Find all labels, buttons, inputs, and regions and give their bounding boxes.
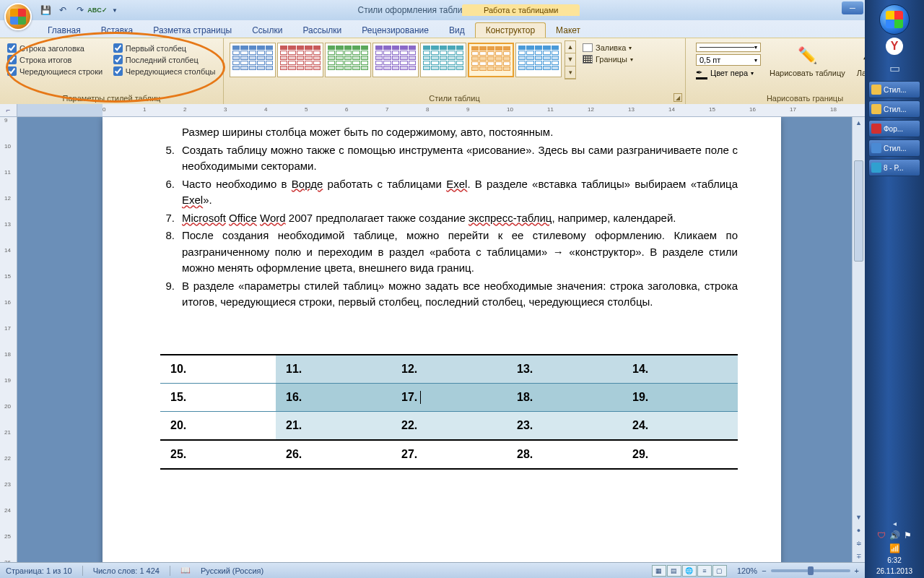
styles-gallery[interactable] [228, 40, 563, 79]
select-browse-icon[interactable]: ● [853, 525, 865, 536]
tab-Конструктор[interactable]: Конструктор [475, 22, 546, 38]
network-icon[interactable]: 📶 [889, 543, 900, 553]
save-icon[interactable]: 💾 [39, 4, 52, 17]
table-cell[interactable]: 14. [622, 355, 738, 384]
vertical-scrollbar[interactable]: ▲ ▼ ● ≑ ∓ [852, 117, 865, 562]
option-Первый столбец[interactable]: Первый столбец [113, 43, 216, 53]
tab-Вставка[interactable]: Вставка [91, 23, 144, 38]
table-cell[interactable]: 28. [507, 440, 622, 469]
outline-view-icon[interactable]: ≡ [697, 565, 712, 577]
ruler-corner[interactable]: ⌐ [0, 104, 17, 117]
fullscreen-view-icon[interactable]: ▤ [667, 565, 681, 577]
zoom-level[interactable]: 120% [737, 566, 757, 575]
checkbox[interactable] [7, 43, 17, 53]
table-cell[interactable]: 11. [276, 355, 391, 384]
option-Чередующиеся строки[interactable]: Чередующиеся строки [7, 66, 103, 76]
word-count[interactable]: Число слов: 1 424 [93, 566, 160, 575]
clock-date[interactable]: 26.11.2013 [876, 567, 912, 575]
option-Строка итогов[interactable]: Строка итогов [7, 55, 103, 64]
line-weight-select[interactable]: 0,5 пт▾ [696, 54, 761, 66]
table-row[interactable]: 10.11.12.13.14. [160, 355, 738, 384]
pen-color-button[interactable]: ✒Цвет пера ▾ [696, 68, 761, 78]
taskbar-item[interactable]: Стил... [868, 100, 920, 118]
proofing-icon[interactable]: 📖 [180, 566, 191, 575]
table-cell[interactable]: 18. [507, 383, 622, 412]
line-style-select[interactable]: ▾ [696, 43, 761, 52]
table-cell[interactable]: 16. [276, 383, 391, 412]
zoom-slider[interactable] [771, 569, 850, 572]
zoom-in-icon[interactable]: + [855, 566, 859, 575]
taskbar-item[interactable]: Стил... [868, 139, 920, 157]
borders-button[interactable]: Границы ▾ [580, 54, 635, 64]
table-cell[interactable]: 19. [622, 383, 738, 412]
horizontal-ruler[interactable]: 0123456789101112131415161718 [17, 104, 865, 117]
table-cell[interactable]: 25. [160, 440, 276, 469]
table-style-thumb[interactable] [468, 43, 514, 77]
draw-table-button[interactable]: ✏️ Нарисовать таблицу [767, 43, 848, 79]
checkbox[interactable] [113, 55, 123, 64]
option-Чередующиеся столбцы[interactable]: Чередующиеся столбцы [113, 66, 216, 76]
table-style-thumb[interactable] [325, 43, 371, 77]
redo-icon[interactable]: ↷ [74, 4, 87, 17]
tray-expand-icon[interactable]: ◂ [893, 519, 897, 527]
table-cell[interactable]: 26. [276, 440, 391, 469]
next-page-icon[interactable]: ∓ [853, 551, 865, 562]
scroll-thumb[interactable] [854, 160, 863, 262]
checkbox[interactable] [113, 66, 123, 76]
shading-button[interactable]: Заливка ▾ [580, 43, 635, 53]
document-page[interactable]: Размер ширины столбца может быть по соде… [103, 117, 781, 562]
scroll-down-icon[interactable]: ▼ [853, 512, 865, 523]
table-row[interactable]: 20.21.22.23.24. [160, 412, 738, 441]
draft-view-icon[interactable]: ▢ [712, 565, 727, 577]
gallery-scrollbar[interactable]: ▲ ▼ ▾ [565, 40, 576, 79]
start-button[interactable] [879, 4, 910, 35]
language-status[interactable]: Русский (Россия) [201, 566, 263, 575]
table-cell[interactable]: 29. [622, 440, 738, 469]
tab-Разметка страницы[interactable]: Разметка страницы [143, 23, 242, 38]
document-table[interactable]: 10.11.12.13.14.15.16.17.18.19.20.21.22.2… [160, 354, 738, 470]
tab-Рассылки[interactable]: Рассылки [292, 23, 352, 38]
table-style-thumb[interactable] [420, 43, 466, 77]
table-style-thumb[interactable] [372, 43, 419, 77]
gallery-more-icon[interactable]: ▾ [565, 66, 575, 79]
gallery-down-icon[interactable]: ▼ [565, 53, 575, 66]
spellcheck-icon[interactable]: ABC✓ [91, 4, 104, 17]
table-cell[interactable]: 23. [507, 412, 622, 441]
taskbar-item[interactable]: Фор... [868, 120, 920, 137]
office-button[interactable] [4, 3, 32, 30]
clock-time[interactable]: 6:32 [887, 556, 901, 564]
vertical-ruler[interactable]: 91011121314151617181920212223242526 [0, 117, 17, 562]
web-view-icon[interactable]: 🌐 [682, 565, 697, 577]
table-cell[interactable]: 13. [507, 355, 622, 384]
table-style-thumb[interactable] [277, 43, 323, 77]
table-cell[interactable]: 12. [391, 355, 507, 384]
taskbar-item[interactable]: 8 - Р... [868, 159, 920, 176]
dialog-launcher-icon[interactable]: ◢ [674, 93, 682, 102]
table-cell[interactable]: 27. [391, 440, 507, 469]
security-icon[interactable]: 🛡 [877, 530, 886, 540]
checkbox[interactable] [7, 55, 17, 64]
table-cell[interactable]: 17. [391, 383, 507, 412]
table-style-thumb[interactable] [515, 43, 562, 77]
checkbox[interactable] [113, 43, 123, 53]
table-cell[interactable]: 24. [622, 412, 738, 441]
tab-Ссылки[interactable]: Ссылки [242, 23, 292, 38]
checkbox[interactable] [7, 66, 17, 76]
tab-Макет[interactable]: Макет [546, 23, 590, 38]
gallery-up-icon[interactable]: ▲ [565, 41, 575, 53]
zoom-out-icon[interactable]: − [762, 566, 766, 575]
volume-icon[interactable]: 🔊 [889, 530, 900, 540]
qat-dropdown-icon[interactable]: ▼ [108, 4, 121, 17]
table-row[interactable]: 25.26.27.28.29. [160, 440, 738, 469]
option-Последний столбец[interactable]: Последний столбец [113, 55, 216, 64]
tab-Вид[interactable]: Вид [439, 23, 475, 38]
table-cell[interactable]: 20. [160, 412, 276, 441]
flag-icon[interactable]: ⚑ [904, 530, 912, 540]
table-cell[interactable]: 10. [160, 355, 276, 384]
page-status[interactable]: Страница: 1 из 10 [6, 566, 72, 575]
tab-Рецензирование[interactable]: Рецензирование [352, 23, 439, 38]
table-row[interactable]: 15.16.17.18.19. [160, 383, 738, 412]
table-cell[interactable]: 21. [276, 412, 391, 441]
minimize-button[interactable]: ─ [842, 1, 863, 14]
table-cell[interactable]: 22. [391, 412, 507, 441]
